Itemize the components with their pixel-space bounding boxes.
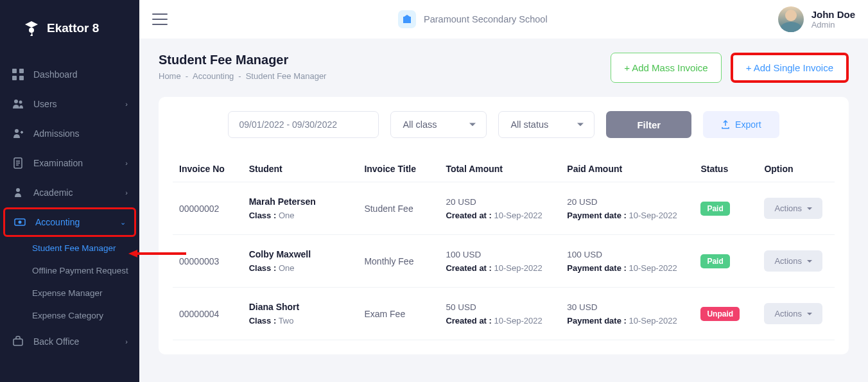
user-info: John Doe Admin [812,9,855,30]
th-invoice-no: Invoice No [173,156,243,182]
dashboard-icon [12,68,24,81]
hamburger-menu[interactable] [152,13,168,25]
nav-label: Dashboard [33,69,128,80]
cell-total: 20 USDCreated at : 10-Sep-2022 [439,182,560,235]
student-name: Diana Short [249,302,352,312]
accounting-icon [13,216,26,229]
svg-rect-3 [12,76,17,80]
nav-users[interactable]: Users › [0,89,139,119]
cell-invoice-title: Student Fee [358,182,439,235]
nav-examination[interactable]: Examination › [0,148,139,178]
svg-point-5 [14,100,18,103]
page-header: Student Fee Manager Home - Accounting - … [159,53,849,83]
created-at: Created at : 10-Sep-2022 [446,316,554,326]
cell-option: Actions [758,182,835,235]
svg-rect-2 [19,69,24,73]
table-header-row: Invoice No Student Invoice Title Total A… [173,156,835,182]
student-class: Class : One [249,263,352,273]
nav-label: Admissions [33,128,128,139]
chevron-right-icon: › [125,189,128,196]
brand-logo[interactable]: Ekattor 8 [0,0,139,56]
paid-amount: 100 USD [567,250,688,259]
svg-point-14 [19,221,22,224]
subnav-student-fee[interactable]: Student Fee Manager [32,237,139,259]
add-mass-invoice-button[interactable]: + Add Mass Invoice [611,53,722,83]
invoice-table: Invoice No Student Invoice Title Total A… [173,156,835,340]
caret-down-icon [807,313,812,315]
th-paid-amount: Paid Amount [560,156,694,182]
caret-down-icon [807,260,812,263]
subnav-expense-category[interactable]: Expense Category [32,304,139,327]
status-select[interactable]: All status [498,111,595,138]
school-icon [398,10,416,28]
payment-date: Payment date : 10-Sep-2022 [567,211,688,220]
cell-student: Marah PetersenClass : One [243,182,358,235]
cell-option: Actions [758,288,835,340]
content: Student Fee Manager Home - Accounting - … [139,39,868,382]
cell-invoice-no: 00000002 [173,182,243,235]
nav-admissions[interactable]: Admissions [0,119,139,148]
breadcrumb: Home - Accounting - Student Fee Manager [159,71,326,81]
brand-name: Ekattor 8 [47,21,99,35]
cell-student: Colby MaxwellClass : One [243,235,358,288]
payment-date: Payment date : 10-Sep-2022 [567,316,688,326]
export-icon [721,120,730,129]
th-student: Student [243,156,358,182]
paid-amount: 30 USD [567,302,688,312]
filter-button[interactable]: Filter [606,111,691,138]
primary-nav: Dashboard Users › Admissions Examinatio [0,56,139,382]
school-selector[interactable]: Paramount Secondary School [168,10,778,28]
breadcrumb-item: Student Fee Manager [246,71,327,81]
actions-button[interactable]: Actions [764,250,822,272]
svg-marker-19 [403,15,411,17]
nav-label: Back Office [33,336,116,347]
nav-back-office[interactable]: Back Office › [0,327,139,356]
chevron-right-icon: › [125,159,128,167]
actions-button[interactable]: Actions [764,198,822,219]
subnav-offline-payment[interactable]: Offline Payment Request [32,259,139,282]
paid-amount: 20 USD [567,197,688,207]
breadcrumb-item[interactable]: Home [159,71,181,81]
nav-accounting[interactable]: Accounting ⌄ [3,207,136,237]
th-option: Option [758,156,835,182]
table-row: 00000003Colby MaxwellClass : OneMonthly … [173,235,835,288]
table-row: 00000002Marah PetersenClass : OneStudent… [173,182,835,235]
user-name: John Doe [812,9,855,20]
top-bar: Paramount Secondary School John Doe Admi… [139,0,868,39]
sidebar: Ekattor 8 Dashboard Users › Admissio [0,0,139,382]
admissions-icon [12,127,24,140]
subnav-expense-manager[interactable]: Expense Manager [32,282,139,304]
cell-status: Paid [694,182,758,235]
back-office-icon [12,335,24,348]
cell-paid: 20 USDPayment date : 10-Sep-2022 [560,182,694,235]
status-badge: Paid [700,254,729,268]
caret-down-icon [807,207,812,210]
date-range-input[interactable] [228,111,379,138]
svg-rect-4 [19,76,24,80]
nav-dashboard[interactable]: Dashboard [0,60,139,89]
nav-academic[interactable]: Academic › [0,178,139,207]
student-name: Marah Petersen [249,196,352,207]
class-select[interactable]: All class [390,111,487,138]
nav-label: Accounting [35,217,111,227]
svg-rect-18 [403,17,411,23]
cell-option: Actions [758,235,835,288]
status-badge: Paid [700,202,729,216]
breadcrumb-item[interactable]: Accounting [193,71,234,81]
user-role: Admin [812,20,855,30]
user-menu[interactable]: John Doe Admin [778,6,855,32]
svg-point-7 [15,129,19,133]
main-area: Paramount Secondary School John Doe Admi… [139,0,868,382]
cell-paid: 30 USDPayment date : 10-Sep-2022 [560,288,694,340]
cell-invoice-no: 00000003 [173,235,243,288]
data-card: All class All status Filter Export Invoi… [159,97,849,354]
chevron-right-icon: › [125,100,128,108]
chevron-right-icon: › [125,338,128,345]
add-single-invoice-button[interactable]: + Add Single Invoice [731,53,849,83]
table-row: 00000004Diana ShortClass : TwoExam Fee50… [173,288,835,340]
cell-student: Diana ShortClass : Two [243,288,358,340]
student-name: Colby Maxwell [249,249,352,259]
svg-point-12 [16,188,20,192]
actions-button[interactable]: Actions [764,303,822,324]
export-button[interactable]: Export [703,111,779,138]
